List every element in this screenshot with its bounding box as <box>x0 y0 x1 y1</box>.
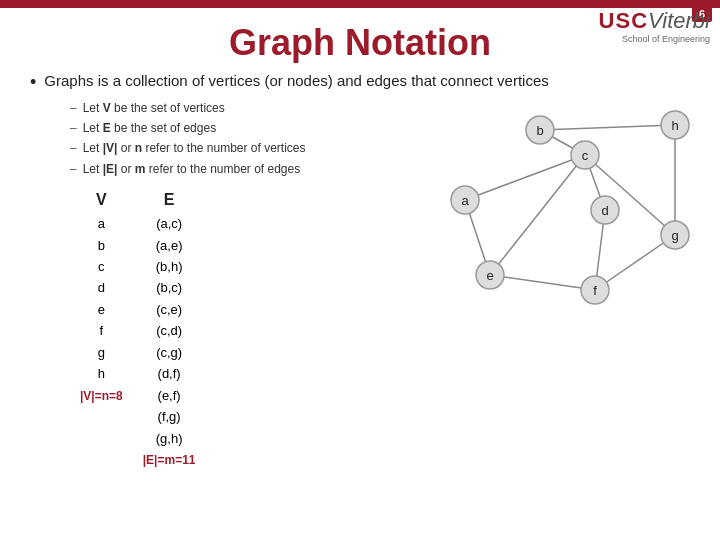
dash-icon-3: – <box>70 138 77 158</box>
sub-bullet-text-1: Let V be the set of vertices <box>83 98 225 118</box>
v-item-f: f <box>100 320 104 341</box>
v-item-h: h <box>98 363 105 384</box>
e-item-bh: (b,h) <box>156 256 183 277</box>
e-item-gh: (g,h) <box>156 428 183 449</box>
e-item-cd: (c,d) <box>156 320 182 341</box>
svg-line-2 <box>540 125 675 130</box>
bullet-icon: • <box>30 72 36 94</box>
usc-logo: USC Viterbi <box>599 8 710 34</box>
graph-area: abcdefgh <box>420 80 700 340</box>
header-logo: USC Viterbi School of Engineering <box>599 8 710 44</box>
v-item-g: g <box>98 342 105 363</box>
sub-bullet-text-4: Let |E| or m refer to the number of edge… <box>83 159 301 179</box>
usc-text: USC <box>599 8 648 34</box>
e-items: (a,c) (a,e) (b,h) (b,c) (c,e) (c,d) (c,g… <box>156 213 183 449</box>
e-item-fg: (f,g) <box>158 406 181 427</box>
v-item-d: d <box>98 277 105 298</box>
dash-icon-2: – <box>70 118 77 138</box>
school-text: School of Engineering <box>622 34 710 44</box>
v-header: V <box>96 191 107 209</box>
graph-node-d: d <box>591 196 619 224</box>
e-item-ce: (c,e) <box>156 299 182 320</box>
e-item-bc: (b,c) <box>156 277 182 298</box>
v-item-b: b <box>98 235 105 256</box>
v-item-e: e <box>98 299 105 320</box>
graph-node-g: g <box>661 221 689 249</box>
e-item-cg: (c,g) <box>156 342 182 363</box>
viterbi-text: Viterbi <box>648 8 710 34</box>
graph-node-f: f <box>581 276 609 304</box>
svg-text:g: g <box>671 228 678 243</box>
e-label: |E|=m=11 <box>143 453 196 467</box>
v-items: a b c d e f g h <box>98 213 105 385</box>
e-header: E <box>164 191 175 209</box>
e-item-ae: (a,e) <box>156 235 183 256</box>
e-item-df: (d,f) <box>158 363 181 384</box>
graph-node-a: a <box>451 186 479 214</box>
svg-text:c: c <box>582 148 589 163</box>
svg-text:a: a <box>461 193 469 208</box>
sub-bullet-text-3: Let |V| or n refer to the number of vert… <box>83 138 306 158</box>
svg-text:e: e <box>486 268 493 283</box>
graph-node-e: e <box>476 261 504 289</box>
dash-icon-1: – <box>70 98 77 118</box>
svg-text:h: h <box>671 118 678 133</box>
svg-text:d: d <box>601 203 608 218</box>
top-bar <box>0 0 720 8</box>
e-item-ef: (e,f) <box>158 385 181 406</box>
v-item-a: a <box>98 213 105 234</box>
dash-icon-4: – <box>70 159 77 179</box>
e-column: E (a,c) (a,e) (b,h) (b,c) (c,e) (c,d) (c… <box>143 191 196 467</box>
v-column: V a b c d e f g h |V|=n=8 <box>80 191 123 403</box>
e-item-ac: (a,c) <box>156 213 182 234</box>
v-label: |V|=n=8 <box>80 389 123 403</box>
sub-bullet-text-2: Let E be the set of edges <box>83 118 216 138</box>
svg-text:b: b <box>536 123 543 138</box>
svg-line-8 <box>490 275 595 290</box>
graph-node-b: b <box>526 116 554 144</box>
v-item-c: c <box>98 256 105 277</box>
svg-text:f: f <box>593 283 597 298</box>
graph-node-c: c <box>571 141 599 169</box>
graph-nodes: abcdefgh <box>451 111 689 304</box>
graph-node-h: h <box>661 111 689 139</box>
